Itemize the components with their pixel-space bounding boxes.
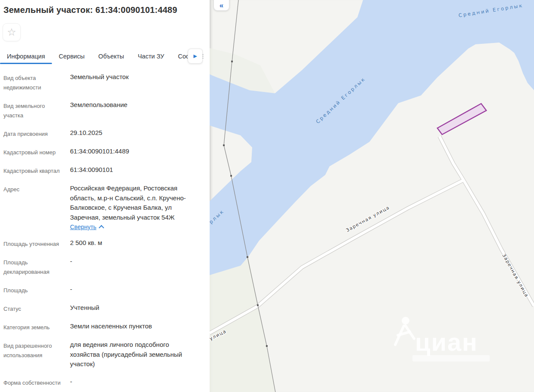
- selected-parcel[interactable]: [437, 104, 486, 135]
- attribute-value: Землепользование: [70, 100, 197, 110]
- tab[interactable]: Информация: [0, 48, 52, 64]
- map-canvas: Средний Егорлык Средний Егорлык орлык За…: [210, 0, 534, 392]
- attribute-value: -: [70, 257, 197, 266]
- watermark-text: циан: [415, 328, 478, 356]
- attribute-row: Адрес Российская Федерация, Ростовская о…: [3, 184, 200, 230]
- land-patch-bottom-left: [210, 257, 275, 392]
- attribute-value: 61:34:0090101:4489: [70, 147, 197, 156]
- attribute-label: Кадастровый квартал: [3, 165, 70, 176]
- double-chevron-left-icon: «: [220, 2, 223, 9]
- chevron-up-icon: [99, 225, 104, 230]
- tab-label: Сервисы: [59, 53, 85, 60]
- attribute-value: Учтенный: [70, 303, 197, 313]
- attribute-label: Форма собственности: [3, 377, 70, 388]
- attribute-row: Кадастровый квартал 61:34:0090101: [3, 165, 200, 176]
- collapse-panel-button[interactable]: «: [214, 0, 229, 11]
- favorite-button[interactable]: ☆: [3, 23, 21, 41]
- river-water: [210, 0, 534, 275]
- attribute-row: Площадь -: [3, 285, 200, 295]
- attribute-row: Площадь декларированная -: [3, 257, 200, 277]
- map[interactable]: Средний Егорлык Средний Егорлык орлык За…: [210, 0, 534, 392]
- star-icon: ☆: [7, 27, 16, 37]
- tab[interactable]: Объекты: [92, 48, 131, 64]
- attribute-value: для ведения личного подсобного хозяйства…: [70, 340, 197, 369]
- attribute-label: Кадастровый номер: [3, 147, 70, 157]
- attribute-row: Вид объекта недвижимости Земельный участ…: [3, 72, 200, 92]
- cian-watermark: циан: [395, 317, 490, 361]
- attribute-label: Вид разрешенного использования: [3, 340, 70, 369]
- attribute-row: Статус Учтенный: [3, 303, 200, 314]
- tab-label: Части ЗУ: [138, 53, 165, 60]
- attribute-value: Земельный участок: [70, 72, 197, 82]
- attribute-row: Категория земель Земли населенных пункто…: [3, 322, 200, 332]
- attribute-row: Форма собственности -: [3, 377, 200, 388]
- attribute-value: Российская Федерация, Ростовская область…: [70, 184, 197, 222]
- attribute-value: 61:34:0090101: [70, 165, 197, 175]
- page-title: Земельный участок: 61:34:0090101:4489: [3, 5, 201, 15]
- attribute-label: Адрес: [3, 184, 70, 230]
- attribute-label: Площадь уточненная: [3, 238, 70, 249]
- collapse-address-link[interactable]: Свернуть: [70, 224, 96, 230]
- tab-label: Объекты: [98, 53, 124, 60]
- street-label-right: Заречная улица: [501, 253, 530, 298]
- tab[interactable]: Сервисы: [52, 48, 92, 64]
- attribute-value: -: [70, 285, 197, 294]
- attribute-row: Площадь уточненная 2 500 кв. м: [3, 238, 200, 249]
- attribute-value: 2 500 кв. м: [70, 238, 197, 248]
- tab-bar: Информация Сервисы Объекты Части ЗУ Сост…: [0, 48, 203, 64]
- attribute-label: Статус: [3, 303, 70, 314]
- tab[interactable]: Части ЗУ: [131, 48, 171, 64]
- attribute-value: -: [70, 377, 197, 387]
- attribute-label: Вид объекта недвижимости: [3, 72, 70, 92]
- tab-label: Информация: [7, 53, 45, 60]
- attribute-label: Площадь: [3, 285, 70, 295]
- attribute-value: 29.10.2025: [70, 128, 197, 138]
- attribute-row: Вид разрешенного использования для веден…: [3, 340, 200, 369]
- attributes-list: Вид объекта недвижимости Земельный участ…: [3, 72, 200, 392]
- attribute-label: Категория земель: [3, 322, 70, 332]
- attribute-row: Дата присвоения 29.10.2025: [3, 128, 200, 139]
- attribute-label: Площадь декларированная: [3, 257, 70, 277]
- attribute-label: Дата присвоения: [3, 128, 70, 139]
- attribute-row: Кадастровый номер 61:34:0090101:4489: [3, 147, 200, 157]
- attribute-row: Вид земельного участка Землепользование: [3, 100, 200, 120]
- attribute-value: Земли населенных пунктов: [70, 322, 197, 331]
- attribute-label: Вид земельного участка: [3, 100, 70, 120]
- object-info-panel: Земельный участок: 61:34:0090101:4489 ☆ …: [0, 0, 203, 392]
- triangle-right-icon: ▶: [193, 54, 197, 58]
- tabs-scroll-right-button[interactable]: ▶: [188, 49, 203, 64]
